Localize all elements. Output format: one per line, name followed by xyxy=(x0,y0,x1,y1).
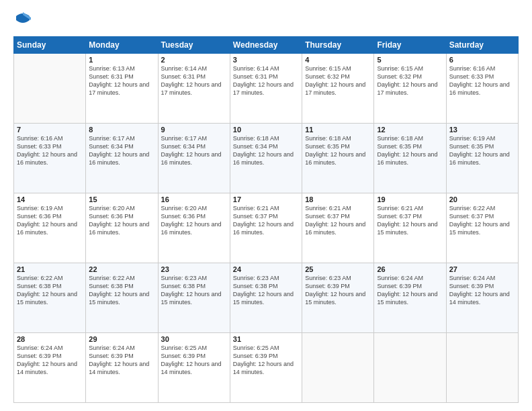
calendar-cell: 30Sunrise: 6:25 AMSunset: 6:39 PMDayligh… xyxy=(158,333,230,403)
weekday-header-row: SundayMondayTuesdayWednesdayThursdayFrid… xyxy=(14,37,519,54)
day-info: Sunrise: 6:22 AMSunset: 6:38 PMDaylight:… xyxy=(89,274,154,307)
day-number: 8 xyxy=(89,126,154,134)
day-info: Sunrise: 6:24 AMSunset: 6:39 PMDaylight:… xyxy=(17,344,83,377)
day-info: Sunrise: 6:15 AMSunset: 6:32 PMDaylight:… xyxy=(377,64,443,97)
weekday-header-saturday: Saturday xyxy=(446,37,518,54)
calendar-cell: 11Sunrise: 6:18 AMSunset: 6:35 PMDayligh… xyxy=(302,124,374,193)
day-number: 27 xyxy=(449,265,515,273)
day-number: 4 xyxy=(305,56,371,64)
day-info: Sunrise: 6:16 AMSunset: 6:33 PMDaylight:… xyxy=(449,64,515,97)
calendar-cell: 17Sunrise: 6:21 AMSunset: 6:37 PMDayligh… xyxy=(230,193,302,263)
day-info: Sunrise: 6:18 AMSunset: 6:35 PMDaylight:… xyxy=(377,134,443,167)
day-info: Sunrise: 6:19 AMSunset: 6:36 PMDaylight:… xyxy=(17,204,83,237)
calendar-cell: 9Sunrise: 6:17 AMSunset: 6:34 PMDaylight… xyxy=(158,124,230,193)
calendar-cell: 21Sunrise: 6:22 AMSunset: 6:38 PMDayligh… xyxy=(14,263,86,333)
day-number: 15 xyxy=(89,195,154,203)
calendar-cell xyxy=(374,333,446,403)
day-number: 25 xyxy=(305,265,371,273)
calendar-week-row: 21Sunrise: 6:22 AMSunset: 6:38 PMDayligh… xyxy=(14,263,519,333)
calendar-cell xyxy=(446,333,518,403)
calendar-week-row: 7Sunrise: 6:16 AMSunset: 6:33 PMDaylight… xyxy=(14,124,519,193)
calendar-cell: 10Sunrise: 6:18 AMSunset: 6:34 PMDayligh… xyxy=(230,124,302,193)
calendar-cell: 26Sunrise: 6:24 AMSunset: 6:39 PMDayligh… xyxy=(374,263,446,333)
day-info: Sunrise: 6:18 AMSunset: 6:34 PMDaylight:… xyxy=(233,134,299,167)
calendar-cell xyxy=(14,54,86,124)
day-info: Sunrise: 6:20 AMSunset: 6:36 PMDaylight:… xyxy=(89,204,154,237)
day-number: 13 xyxy=(449,126,515,134)
weekday-header-monday: Monday xyxy=(86,37,158,54)
calendar-week-row: 28Sunrise: 6:24 AMSunset: 6:39 PMDayligh… xyxy=(14,333,519,403)
day-info: Sunrise: 6:22 AMSunset: 6:38 PMDaylight:… xyxy=(17,274,83,307)
calendar-cell: 22Sunrise: 6:22 AMSunset: 6:38 PMDayligh… xyxy=(86,263,158,333)
day-number: 22 xyxy=(89,265,154,273)
calendar-cell: 3Sunrise: 6:14 AMSunset: 6:31 PMDaylight… xyxy=(230,54,302,124)
day-number: 9 xyxy=(161,126,227,134)
day-number: 10 xyxy=(233,126,299,134)
day-number: 12 xyxy=(377,126,443,134)
day-info: Sunrise: 6:25 AMSunset: 6:39 PMDaylight:… xyxy=(233,344,299,377)
calendar-cell: 19Sunrise: 6:21 AMSunset: 6:37 PMDayligh… xyxy=(374,193,446,263)
calendar-cell: 1Sunrise: 6:13 AMSunset: 6:31 PMDaylight… xyxy=(86,54,158,124)
day-info: Sunrise: 6:24 AMSunset: 6:39 PMDaylight:… xyxy=(89,344,154,377)
day-number: 30 xyxy=(161,335,227,343)
day-number: 17 xyxy=(233,195,299,203)
day-info: Sunrise: 6:17 AMSunset: 6:34 PMDaylight:… xyxy=(161,134,227,167)
weekday-header-friday: Friday xyxy=(374,37,446,54)
weekday-header-wednesday: Wednesday xyxy=(230,37,302,54)
day-info: Sunrise: 6:21 AMSunset: 6:37 PMDaylight:… xyxy=(233,204,299,237)
calendar-cell: 8Sunrise: 6:17 AMSunset: 6:34 PMDaylight… xyxy=(86,124,158,193)
calendar-cell: 27Sunrise: 6:24 AMSunset: 6:39 PMDayligh… xyxy=(446,263,518,333)
day-info: Sunrise: 6:19 AMSunset: 6:35 PMDaylight:… xyxy=(449,134,515,167)
day-info: Sunrise: 6:21 AMSunset: 6:37 PMDaylight:… xyxy=(305,204,371,237)
weekday-header-tuesday: Tuesday xyxy=(158,37,230,54)
calendar-cell: 16Sunrise: 6:20 AMSunset: 6:36 PMDayligh… xyxy=(158,193,230,263)
calendar-cell: 12Sunrise: 6:18 AMSunset: 6:35 PMDayligh… xyxy=(374,124,446,193)
day-info: Sunrise: 6:15 AMSunset: 6:32 PMDaylight:… xyxy=(305,64,371,97)
page: SundayMondayTuesdayWednesdayThursdayFrid… xyxy=(0,0,532,411)
calendar-table: SundayMondayTuesdayWednesdayThursdayFrid… xyxy=(13,36,519,403)
day-info: Sunrise: 6:24 AMSunset: 6:39 PMDaylight:… xyxy=(449,274,515,307)
day-number: 5 xyxy=(377,56,443,64)
day-number: 26 xyxy=(377,265,443,273)
day-info: Sunrise: 6:23 AMSunset: 6:38 PMDaylight:… xyxy=(161,274,227,307)
day-number: 2 xyxy=(161,56,227,64)
header xyxy=(13,11,519,30)
day-number: 24 xyxy=(233,265,299,273)
day-info: Sunrise: 6:20 AMSunset: 6:36 PMDaylight:… xyxy=(161,204,227,237)
day-number: 23 xyxy=(161,265,227,273)
day-number: 7 xyxy=(17,126,83,134)
day-info: Sunrise: 6:25 AMSunset: 6:39 PMDaylight:… xyxy=(161,344,227,377)
calendar-cell: 15Sunrise: 6:20 AMSunset: 6:36 PMDayligh… xyxy=(86,193,158,263)
day-info: Sunrise: 6:16 AMSunset: 6:33 PMDaylight:… xyxy=(17,134,83,167)
day-number: 14 xyxy=(17,195,83,203)
day-info: Sunrise: 6:23 AMSunset: 6:38 PMDaylight:… xyxy=(233,274,299,307)
day-number: 19 xyxy=(377,195,443,203)
day-info: Sunrise: 6:17 AMSunset: 6:34 PMDaylight:… xyxy=(89,134,154,167)
calendar-cell: 18Sunrise: 6:21 AMSunset: 6:37 PMDayligh… xyxy=(302,193,374,263)
day-number: 31 xyxy=(233,335,299,343)
calendar-cell: 14Sunrise: 6:19 AMSunset: 6:36 PMDayligh… xyxy=(14,193,86,263)
day-info: Sunrise: 6:13 AMSunset: 6:31 PMDaylight:… xyxy=(89,64,154,97)
day-number: 28 xyxy=(17,335,83,343)
day-number: 29 xyxy=(89,335,154,343)
day-info: Sunrise: 6:24 AMSunset: 6:39 PMDaylight:… xyxy=(377,274,443,307)
weekday-header-sunday: Sunday xyxy=(14,37,86,54)
day-number: 21 xyxy=(17,265,83,273)
day-info: Sunrise: 6:21 AMSunset: 6:37 PMDaylight:… xyxy=(377,204,443,237)
calendar-cell: 13Sunrise: 6:19 AMSunset: 6:35 PMDayligh… xyxy=(446,124,518,193)
calendar-cell: 20Sunrise: 6:22 AMSunset: 6:37 PMDayligh… xyxy=(446,193,518,263)
calendar-cell: 6Sunrise: 6:16 AMSunset: 6:33 PMDaylight… xyxy=(446,54,518,124)
logo-icon xyxy=(13,11,32,30)
day-number: 6 xyxy=(449,56,515,64)
calendar-cell: 7Sunrise: 6:16 AMSunset: 6:33 PMDaylight… xyxy=(14,124,86,193)
day-info: Sunrise: 6:14 AMSunset: 6:31 PMDaylight:… xyxy=(161,64,227,97)
calendar-cell: 4Sunrise: 6:15 AMSunset: 6:32 PMDaylight… xyxy=(302,54,374,124)
calendar-week-row: 14Sunrise: 6:19 AMSunset: 6:36 PMDayligh… xyxy=(14,193,519,263)
weekday-header-thursday: Thursday xyxy=(302,37,374,54)
day-info: Sunrise: 6:18 AMSunset: 6:35 PMDaylight:… xyxy=(305,134,371,167)
day-number: 16 xyxy=(161,195,227,203)
calendar-cell: 23Sunrise: 6:23 AMSunset: 6:38 PMDayligh… xyxy=(158,263,230,333)
calendar-cell xyxy=(302,333,374,403)
calendar-cell: 5Sunrise: 6:15 AMSunset: 6:32 PMDaylight… xyxy=(374,54,446,124)
calendar-cell: 25Sunrise: 6:23 AMSunset: 6:39 PMDayligh… xyxy=(302,263,374,333)
